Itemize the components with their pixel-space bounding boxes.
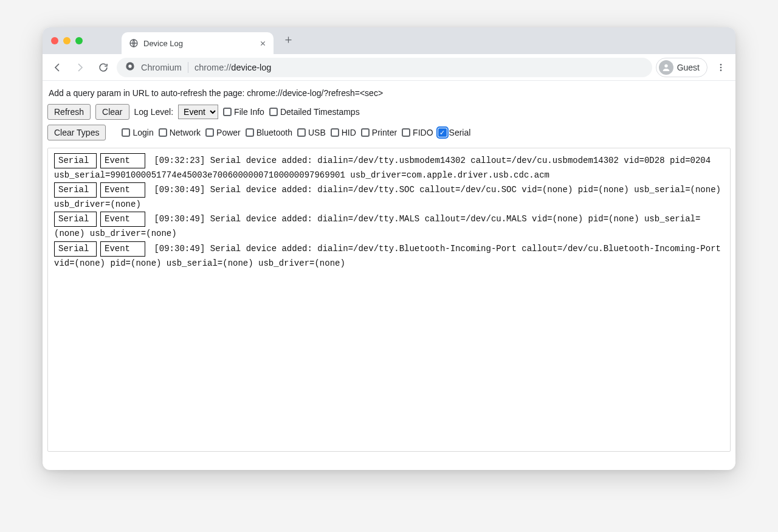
window-controls (51, 37, 83, 44)
log-entry: SerialEvent [09:30:49] Serial device add… (54, 182, 724, 212)
chrome-icon (125, 61, 135, 73)
log-type-tag: Serial (54, 153, 97, 168)
log-message: [09:30:49] Serial device added: dialin=/… (54, 214, 700, 238)
back-button[interactable] (47, 58, 67, 77)
type-serial-label: Serial (449, 128, 471, 137)
log-message: [09:30:49] Serial device added: dialin=/… (54, 244, 721, 268)
type-hid-checkbox[interactable]: HID (331, 128, 356, 137)
file-info-checkbox[interactable]: File Info (223, 107, 264, 117)
file-info-label: File Info (234, 107, 264, 117)
type-printer-label: Printer (372, 128, 397, 137)
omnibox[interactable]: Chromium chrome://device-log (117, 58, 652, 77)
page-content: Add a query param in URL to auto-refresh… (43, 81, 735, 470)
clear-types-button[interactable]: Clear Types (47, 125, 106, 140)
controls-row-1: Refresh Clear Log Level: Event File Info… (47, 103, 731, 123)
type-network-label: Network (170, 128, 201, 137)
log-level-tag: Event (100, 182, 145, 198)
window-close-button[interactable] (51, 37, 58, 44)
menu-button[interactable] (711, 58, 731, 77)
log-type-tag: Serial (54, 212, 97, 227)
detailed-timestamps-label: Detailed Timestamps (280, 107, 360, 117)
type-login-label: Login (133, 128, 153, 137)
log-entry: SerialEvent [09:30:49] Serial device add… (54, 241, 724, 271)
type-power-checkbox[interactable]: Power (205, 128, 241, 137)
svg-point-4 (720, 64, 722, 66)
log-output: SerialEvent [09:32:23] Serial device add… (47, 148, 731, 452)
new-tab-button[interactable] (280, 31, 297, 48)
refresh-button[interactable]: Refresh (47, 104, 91, 120)
browser-window: Device Log Chromium chrome://device-l (43, 27, 735, 470)
omnibox-separator (188, 62, 188, 73)
type-hid-label: HID (342, 128, 356, 137)
controls-row-2: Clear Types Login Network Power Bluetoot… (47, 123, 731, 144)
svg-point-6 (720, 69, 722, 71)
omnibox-chip-label: Chromium (141, 63, 182, 72)
type-usb-label: USB (308, 128, 326, 137)
type-bluetooth-checkbox[interactable]: Bluetooth (246, 128, 292, 137)
log-message: [09:30:49] Serial device added: dialin=/… (54, 185, 721, 209)
type-usb-checkbox[interactable]: USB (297, 128, 326, 137)
log-message: [09:32:23] Serial device added: dialin=/… (54, 156, 711, 180)
log-level-tag: Event (100, 153, 145, 168)
log-level-tag: Event (100, 241, 145, 257)
clear-button[interactable]: Clear (95, 104, 129, 120)
log-level-select[interactable]: Event (178, 105, 218, 119)
type-fido-checkbox[interactable]: FIDO (402, 128, 433, 137)
titlebar: Device Log (43, 27, 735, 54)
log-type-tag: Serial (54, 182, 97, 198)
type-bluetooth-label: Bluetooth (256, 128, 292, 137)
type-login-checkbox[interactable]: Login (122, 128, 153, 137)
type-printer-checkbox[interactable]: Printer (361, 128, 397, 137)
log-entry: SerialEvent [09:32:23] Serial device add… (54, 153, 724, 182)
browser-tab[interactable]: Device Log (122, 32, 274, 54)
omnibox-url-path: device-log (231, 63, 271, 72)
tab-title: Device Log (143, 39, 258, 48)
window-zoom-button[interactable] (75, 37, 83, 44)
log-type-tag: Serial (54, 241, 97, 257)
log-level-label: Log Level: (134, 107, 174, 117)
detailed-timestamps-checkbox[interactable]: Detailed Timestamps (269, 107, 360, 117)
profile-button[interactable]: Guest (656, 58, 707, 77)
reload-button[interactable] (94, 58, 113, 77)
type-power-label: Power (216, 128, 241, 137)
avatar-icon (659, 60, 673, 75)
profile-label: Guest (677, 63, 700, 72)
browser-toolbar: Chromium chrome://device-log Guest (43, 54, 735, 81)
log-level-tag: Event (100, 212, 145, 227)
type-network-checkbox[interactable]: Network (159, 128, 201, 137)
omnibox-url-prefix: chrome:// (194, 63, 231, 72)
forward-button[interactable] (71, 58, 90, 77)
globe-icon (129, 38, 139, 48)
tab-close-button[interactable] (258, 38, 267, 48)
svg-point-5 (720, 66, 722, 68)
svg-point-3 (664, 64, 667, 67)
type-serial-checkbox[interactable]: ✓Serial (438, 128, 471, 137)
window-minimize-button[interactable] (63, 37, 71, 44)
type-fido-label: FIDO (413, 128, 433, 137)
svg-point-2 (128, 64, 131, 67)
refresh-hint-text: Add a query param in URL to auto-refresh… (47, 86, 731, 103)
log-entry: SerialEvent [09:30:49] Serial device add… (54, 212, 724, 241)
